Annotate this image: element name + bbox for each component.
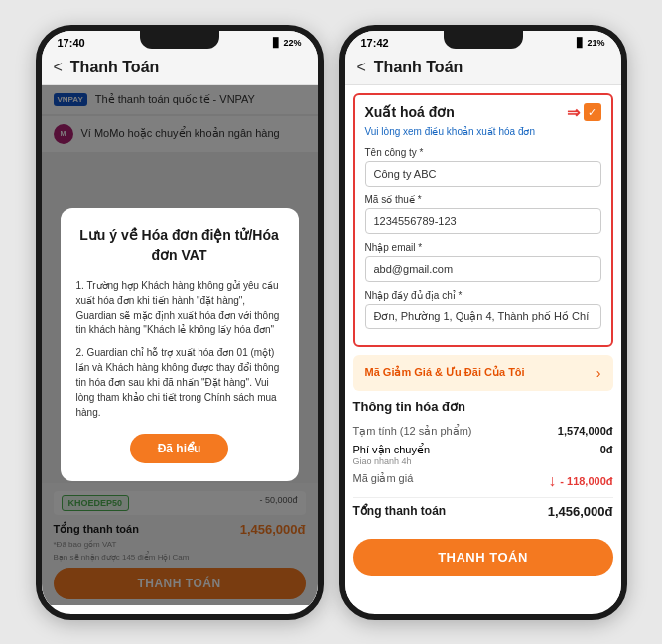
tax-label: Mã số thuế * <box>365 194 601 205</box>
order-row-shipping: Phí vận chuyển Giao nhanh 4h 0đ <box>353 441 613 469</box>
discount-value-group: ↓ - 118,000đ <box>548 472 612 490</box>
shipping-label-group: Phí vận chuyển Giao nhanh 4h <box>353 444 600 466</box>
discount-value: - 118,000đ <box>560 475 612 487</box>
modal-content-1: 1. Trường hợp Khách hàng không gửi yêu c… <box>76 278 283 337</box>
order-info-title: Thông tin hóa đơn <box>353 399 613 414</box>
form-group-tax: Mã số thuế * <box>365 194 601 234</box>
shipping-label: Phí vận chuyển <box>353 444 600 456</box>
order-row-discount: Mã giảm giá ↓ - 118,000đ <box>353 469 613 493</box>
company-label: Tên công ty * <box>365 147 601 158</box>
email-label: Nhập email * <box>365 242 601 253</box>
checkout-button-right[interactable]: THANH TOÁN <box>353 539 613 576</box>
promo-chevron-icon: › <box>596 365 601 381</box>
back-button-left[interactable]: < <box>54 59 63 76</box>
invoice-checkbox[interactable]: ✓ <box>584 103 601 121</box>
phone-left: 17:40 ▊ 22% < Thanh Toán VNPAY Thẻ thanh… <box>36 25 324 620</box>
notch-right <box>444 31 523 49</box>
arrow-right-icon: ⇒ <box>567 103 580 122</box>
modal-understood-button[interactable]: Đã hiểu <box>130 434 229 463</box>
phone1-content: VNPAY Thẻ thanh toán quốc tế - VNPAY M V… <box>42 85 318 605</box>
company-input[interactable] <box>365 161 601 187</box>
form-group-company: Tên công ty * <box>365 147 601 187</box>
battery-icon-right: 21% <box>587 38 604 48</box>
notch-left <box>140 31 219 49</box>
time-right: 17:42 <box>361 37 389 49</box>
subtotal-label: Tạm tính (12 sản phẩm) <box>353 425 558 438</box>
wifi-icon-right: ▊ <box>577 38 584 48</box>
order-info-section: Thông tin hóa đơn Tạm tính (12 sản phẩm)… <box>353 399 613 523</box>
header-left: < Thanh Toán <box>42 53 318 85</box>
shipping-sublabel: Giao nhanh 4h <box>353 456 600 466</box>
shipping-value: 0đ <box>600 444 613 455</box>
battery-icon: 22% <box>283 38 301 48</box>
modal-body: 1. Trường hợp Khách hàng không gửi yêu c… <box>76 278 283 420</box>
form-group-email: Nhập email * <box>365 242 601 282</box>
back-button-right[interactable]: < <box>357 59 366 76</box>
phone2-scrollable: Xuất hoá đơn ⇒ ✓ Vui lòng xem điều khoản… <box>345 85 621 605</box>
order-total-label: Tổng thanh toán <box>353 504 447 518</box>
order-row-subtotal: Tạm tính (12 sản phẩm) 1,574,000đ <box>353 422 613 441</box>
promo-label: Mã Giảm Giá & Ưu Đãi Của Tôi <box>365 366 525 379</box>
modal-overlay: Lưu ý về Hóa đơn điện tử/Hóa đơn VAT 1. … <box>42 85 318 605</box>
page-title-right: Thanh Toán <box>374 59 463 76</box>
invoice-title: Xuất hoá đơn <box>365 104 455 120</box>
time-left: 17:40 <box>58 37 85 49</box>
invoice-section: Xuất hoá đơn ⇒ ✓ Vui lòng xem điều khoản… <box>353 93 613 347</box>
order-total-value: 1,456,000đ <box>548 504 613 519</box>
tax-input[interactable] <box>365 208 601 234</box>
form-group-address: Nhập đầy đủ địa chỉ * <box>365 290 601 329</box>
phone2-footer: THANH TOÁN <box>345 531 621 583</box>
discount-label: Mã giảm giá <box>353 472 549 485</box>
header-right: < Thanh Toán <box>345 53 621 85</box>
phone-right: 17:42 ▊ 21% < Thanh Toán Xuất hoá đơn ⇒ … <box>339 25 627 620</box>
modal-box: Lưu ý về Hóa đơn điện tử/Hóa đơn VAT 1. … <box>61 208 299 480</box>
red-arrow-icon: ↓ <box>548 472 556 490</box>
wifi-icon: ▊ <box>273 38 280 48</box>
invoice-subtitle: Vui lòng xem điều khoản xuất hóa đơn <box>365 126 601 137</box>
email-input[interactable] <box>365 256 601 282</box>
page-title-left: Thanh Toán <box>70 59 159 76</box>
modal-content-2: 2. Guardian chỉ hỗ trợ xuất hóa đơn 01 (… <box>76 345 283 420</box>
promo-row[interactable]: Mã Giảm Giá & Ưu Đãi Của Tôi › <box>353 355 613 391</box>
address-input[interactable] <box>365 304 601 329</box>
address-label: Nhập đầy đủ địa chỉ * <box>365 290 601 301</box>
subtotal-value: 1,574,000đ <box>558 425 613 437</box>
order-total-row: Tổng thanh toán 1,456,000đ <box>353 497 613 523</box>
invoice-header: Xuất hoá đơn ⇒ ✓ <box>365 103 601 122</box>
check-icon: ✓ <box>588 106 596 119</box>
signal-right: ▊ 21% <box>577 38 604 48</box>
signal-left: ▊ 22% <box>273 38 301 48</box>
modal-title: Lưu ý về Hóa đơn điện tử/Hóa đơn VAT <box>76 226 283 265</box>
invoice-arrow-check: ⇒ ✓ <box>567 103 601 122</box>
